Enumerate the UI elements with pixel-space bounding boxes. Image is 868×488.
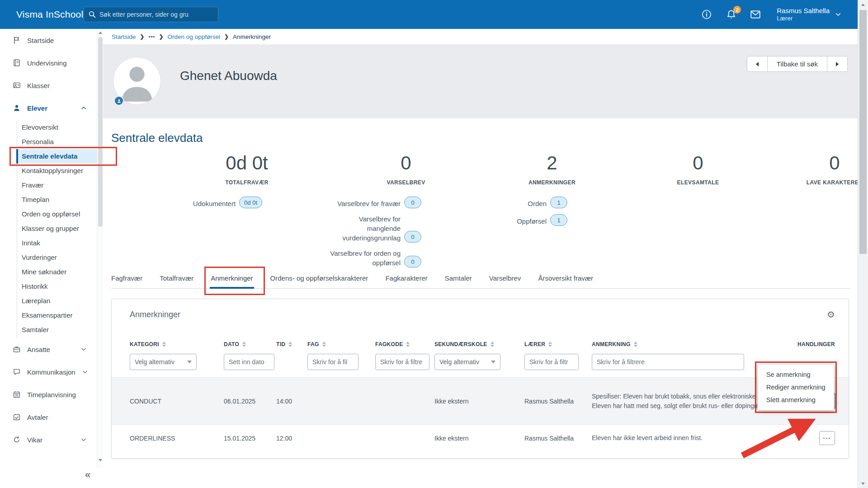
filter-laerer-input[interactable] <box>524 354 579 370</box>
notifications-button[interactable]: 2 <box>725 9 737 20</box>
breadcrumb-startside[interactable]: Startside <box>112 33 136 40</box>
cell-sekundarskole: Ikke ekstern <box>434 430 524 446</box>
global-search[interactable] <box>84 7 218 22</box>
stat-value: 2 <box>471 152 633 174</box>
breadcrumb-ellipsis[interactable]: ••• <box>148 33 155 40</box>
menu-item-rediger-anmerkning[interactable]: Rediger anmerkning <box>758 381 834 394</box>
avatar-upload-button[interactable] <box>114 96 124 106</box>
stat-row: Orden1 <box>471 197 567 208</box>
sidebar-subitem-fravaer[interactable]: Fravær <box>17 178 97 192</box>
briefcase-icon <box>13 345 21 353</box>
scroll-down-icon[interactable] <box>97 456 103 464</box>
class-icon <box>13 81 21 89</box>
user-menu[interactable]: Rasmus Salthella Lærer <box>777 7 842 22</box>
breadcrumb-separator: ❯ <box>140 33 144 40</box>
messages-button[interactable] <box>750 9 761 20</box>
filter-kategori-select[interactable]: Velg alternativ <box>130 354 197 370</box>
menu-item-slett-anmerkning[interactable]: Slett anmerkning <box>758 394 834 406</box>
chevron-down-icon <box>834 10 842 19</box>
scroll-up-icon[interactable] <box>858 1 868 8</box>
gear-icon[interactable]: ⚙ <box>827 310 835 319</box>
tab-label: Anmerkninger <box>211 274 253 282</box>
sidebar-scrollbar[interactable] <box>97 29 103 468</box>
filter-anmerkning-input[interactable] <box>592 354 744 370</box>
sort-icon[interactable] <box>406 342 410 347</box>
row-actions-button[interactable]: ··· <box>819 431 835 445</box>
info-button[interactable] <box>701 9 712 20</box>
sidebar-subitem-mine-soknader[interactable]: Mine søknader <box>17 265 97 279</box>
sidebar-subitem-orden-og-oppforsel[interactable]: Orden og oppførsel <box>17 207 97 221</box>
sidebar-scrollbar-thumb[interactable] <box>98 37 103 227</box>
sort-icon[interactable] <box>491 342 494 347</box>
tab-samtaler[interactable]: Samtaler <box>445 274 472 282</box>
breadcrumb-separator: ❯ <box>224 33 229 40</box>
sidebar-item-timeplanvisning[interactable]: Timeplanvisning <box>0 383 97 406</box>
sidebar-subitem-personalia[interactable]: Personalia <box>17 135 97 149</box>
cell-tid: 14:00 <box>276 393 307 409</box>
search-result-pager: Tilbake til søk <box>747 56 848 72</box>
sort-icon[interactable] <box>322 342 326 347</box>
search-input[interactable] <box>99 11 213 18</box>
cell-sekundarskole: Ikke ekstern <box>434 393 524 409</box>
sidebar-subitem-historikk[interactable]: Historikk <box>17 279 97 294</box>
menu-item-se-anmerkning[interactable]: Se anmerkning <box>758 368 834 381</box>
sidebar-item-elever[interactable]: Elever <box>0 97 97 119</box>
filter-sekundarskole-select[interactable]: Velg alternativ <box>434 354 500 370</box>
sort-icon[interactable] <box>288 342 292 347</box>
count-pill: 1 <box>550 214 567 226</box>
count-pill: 0 <box>404 231 421 243</box>
tab-fagkarakterer[interactable]: Fagkarakterer <box>385 274 427 282</box>
sort-icon[interactable] <box>548 342 552 347</box>
filter-fag-input[interactable] <box>307 354 359 370</box>
sidebar-item-klasser[interactable]: Klasser <box>0 74 97 97</box>
sidebar-subitem-elevoversikt[interactable]: Elevoversikt <box>17 120 97 135</box>
sidebar-subitem-vurderinger[interactable]: Vurderinger <box>17 250 97 265</box>
previous-result-button[interactable] <box>747 56 767 71</box>
tab-fagfravaer[interactable]: Fagfravær <box>111 274 142 282</box>
next-result-button[interactable] <box>827 56 847 71</box>
refresh-icon <box>13 436 21 444</box>
chat-icon <box>13 368 21 376</box>
sidebar-subitem-laereplan[interactable]: Læreplan <box>17 294 97 308</box>
sidebar-item-avtaler[interactable]: Avtaler <box>0 406 97 428</box>
sort-icon[interactable] <box>634 342 637 347</box>
page-scrollbar-thumb[interactable] <box>859 10 867 254</box>
cell-laerer: Rasmus Salthella <box>524 430 592 446</box>
sidebar-subitem-timeplan[interactable]: Timeplan <box>17 192 97 207</box>
sidebar-subitem-kontaktopplysninger[interactable]: Kontaktopplysninger <box>17 164 97 178</box>
sidebar-subitem-klasser-og-grupper[interactable]: Klasser og grupper <box>17 221 97 236</box>
back-to-search-button[interactable]: Tilbake til søk <box>767 56 827 71</box>
chevron-up-icon <box>80 105 87 111</box>
sidebar-subitem-sentrale-elevdata[interactable]: Sentrale elevdata <box>16 149 97 164</box>
tab-ordens-og-oppforselskarakterer[interactable]: Ordens- og oppførselskarakterer <box>270 274 368 282</box>
tab-varselbrev[interactable]: Varselbrev <box>489 274 521 282</box>
scroll-down-icon[interactable] <box>858 480 868 487</box>
count-pill: 0 <box>404 197 421 208</box>
sort-icon[interactable] <box>162 342 166 347</box>
sidebar-item-undervisning[interactable]: Undervisning <box>0 52 97 74</box>
page-scrollbar[interactable] <box>858 0 868 488</box>
student-name: Ghenet Abuowda <box>180 69 277 83</box>
sidebar-item-vikar[interactable]: Vikar <box>0 428 97 451</box>
page-title: Sentrale elevdata <box>111 131 850 145</box>
sidebar-subitem-samtaler[interactable]: Samtaler <box>17 323 97 337</box>
stat-anmerkninger: 2 ANMERKNINGER Orden1 Oppførsel1 <box>471 152 633 226</box>
sidebar-subitem-inntak[interactable]: Inntak <box>17 236 97 250</box>
sort-icon[interactable] <box>242 342 246 347</box>
tab-totalfravaer[interactable]: Totalfravær <box>160 274 193 282</box>
filter-fagkode-input[interactable] <box>375 354 429 370</box>
sidebar-item-kommunikasjon[interactable]: Kommunikasjon <box>0 361 97 383</box>
breadcrumb-orden-og-oppforsel[interactable]: Orden og oppførsel <box>168 33 220 40</box>
sidebar-subitem-eksamenspartier[interactable]: Eksamenspartier <box>17 308 97 323</box>
sidebar-item-label: Kommunikasjon <box>27 368 75 376</box>
top-header: Visma InSchool 2 Rasmus Salthella Lærer <box>0 0 858 29</box>
scroll-up-icon[interactable] <box>97 29 103 36</box>
sidebar-item-label: Ansatte <box>27 346 50 353</box>
filter-dato-input[interactable] <box>224 354 274 370</box>
sidebar-item-startside[interactable]: Startside <box>0 29 97 52</box>
card-title: Anmerkninger <box>130 310 180 319</box>
tab-arsoversikt-fravaer[interactable]: Årsoversikt fravær <box>538 274 593 282</box>
sidebar-collapse-button[interactable]: « <box>85 469 90 481</box>
sidebar-item-ansatte[interactable]: Ansatte <box>0 338 97 361</box>
tab-anmerkninger[interactable]: Anmerkninger <box>211 274 253 282</box>
